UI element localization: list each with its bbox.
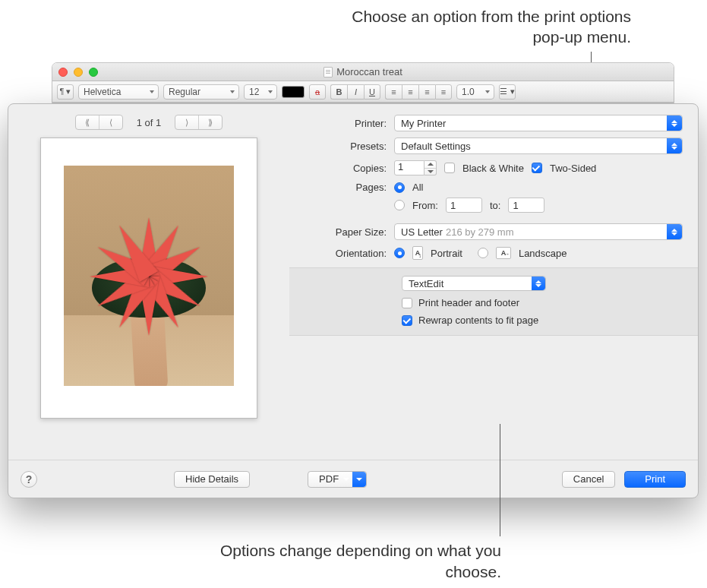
- print-preview-pane: ⟪ ⟨ 1 of 1 ⟩ ⟫: [8, 104, 289, 460]
- page-indicator: 1 of 1: [137, 117, 162, 128]
- page-back-segment[interactable]: ⟪ ⟨: [75, 115, 123, 130]
- pdf-menu-label: PDF: [319, 473, 339, 485]
- pages-to-label: to:: [490, 200, 500, 211]
- paper-size-popup[interactable]: US Letter 216 by 279 mm: [394, 223, 683, 240]
- callout-top-text: Choose an option from the print options …: [319, 6, 631, 48]
- hide-details-button[interactable]: Hide Details: [174, 471, 250, 488]
- svg-marker-0: [428, 163, 434, 166]
- help-button[interactable]: ?: [21, 471, 37, 488]
- popup-arrows-icon: [667, 115, 682, 131]
- prev-page-button[interactable]: ⟨: [99, 115, 122, 129]
- printer-value: My Printer: [401, 118, 446, 129]
- rewrap-contents-label: Rewrap contents to fit page: [418, 315, 538, 326]
- pages-from-field[interactable]: 1: [446, 198, 482, 213]
- next-page-button[interactable]: ⟩: [175, 115, 198, 129]
- popup-arrows-icon: [667, 224, 682, 239]
- black-white-checkbox[interactable]: [444, 163, 455, 173]
- svg-marker-1: [428, 170, 434, 173]
- portrait-icon: [412, 246, 423, 260]
- italic-button[interactable]: I: [347, 84, 364, 100]
- bold-button[interactable]: B: [330, 84, 347, 100]
- paper-size-label: Paper Size:: [297, 226, 394, 238]
- cancel-button[interactable]: Cancel: [562, 471, 615, 488]
- print-dialog: ⟪ ⟨ 1 of 1 ⟩ ⟫: [8, 103, 699, 498]
- pages-label: Pages:: [297, 182, 394, 193]
- print-header-footer-label: Print header and footer: [418, 297, 519, 308]
- align-center-button[interactable]: ≡: [402, 84, 418, 100]
- highlight-color-button[interactable]: a: [309, 84, 326, 100]
- orientation-landscape-label: Landscape: [519, 248, 567, 259]
- last-page-button[interactable]: ⟫: [199, 115, 222, 129]
- print-options-popup[interactable]: TextEdit: [402, 276, 546, 291]
- preview-photo: [64, 166, 234, 386]
- presets-label: Presets:: [297, 141, 394, 152]
- print-button[interactable]: Print: [624, 471, 686, 488]
- pdf-menu-button[interactable]: PDF: [308, 471, 367, 488]
- printer-label: Printer:: [297, 118, 394, 129]
- menu-arrow-icon: [352, 472, 366, 487]
- minimize-window-button[interactable]: [74, 68, 83, 77]
- font-style-select[interactable]: Regular: [163, 84, 239, 100]
- window-titlebar: Moroccan treat: [52, 63, 674, 81]
- two-sided-label: Two-Sided: [550, 163, 596, 174]
- underline-button[interactable]: U: [364, 84, 380, 100]
- print-options-form: Printer: My Printer Presets: Default Set…: [289, 104, 698, 460]
- pages-range-radio[interactable]: [394, 200, 405, 210]
- align-justify-button[interactable]: ≡: [435, 84, 452, 100]
- copies-label: Copies:: [297, 163, 394, 174]
- orientation-portrait-label: Portrait: [431, 248, 462, 259]
- popup-arrows-icon: [667, 138, 682, 153]
- print-header-footer-checkbox[interactable]: [402, 298, 412, 308]
- rewrap-contents-checkbox[interactable]: [402, 315, 412, 326]
- app-options-section: TextEdit Print header and footer Rewrap …: [289, 267, 698, 336]
- document-window: Moroccan treat ¶ ▾ Helvetica Regular 12 …: [52, 62, 674, 103]
- align-left-button[interactable]: ≡: [385, 84, 402, 100]
- paragraph-styles-button[interactable]: ¶ ▾: [57, 84, 74, 100]
- text-color-swatch[interactable]: [282, 86, 305, 98]
- popup-arrows-icon: [532, 277, 545, 290]
- copies-field[interactable]: 1: [394, 160, 425, 175]
- black-white-label: Black & White: [462, 163, 524, 174]
- pages-all-radio[interactable]: [394, 182, 405, 193]
- page-forward-segment[interactable]: ⟩ ⟫: [175, 115, 223, 130]
- align-right-button[interactable]: ≡: [418, 84, 435, 100]
- document-icon: [324, 67, 333, 77]
- paper-size-dimensions: 216 by 279 mm: [446, 226, 514, 238]
- window-title: Moroccan treat: [336, 66, 402, 77]
- font-family-select[interactable]: Helvetica: [78, 84, 159, 100]
- printer-popup[interactable]: My Printer: [394, 115, 683, 131]
- copies-stepper[interactable]: [425, 160, 437, 175]
- orientation-landscape-radio[interactable]: [478, 248, 488, 258]
- callout-bottom-text: Options change depending on what you cho…: [197, 540, 501, 582]
- close-window-button[interactable]: [58, 68, 68, 77]
- print-options-value: TextEdit: [409, 278, 443, 289]
- callout-leader-line-bottom: [500, 424, 500, 536]
- two-sided-checkbox[interactable]: [532, 163, 542, 173]
- pages-to-field[interactable]: 1: [508, 198, 544, 213]
- orientation-portrait-radio[interactable]: [394, 248, 405, 258]
- presets-popup[interactable]: Default Settings: [394, 138, 683, 154]
- font-size-select[interactable]: 12: [244, 84, 277, 100]
- presets-value: Default Settings: [401, 141, 471, 152]
- orientation-label: Orientation:: [297, 248, 394, 259]
- paper-size-value: US Letter: [401, 226, 443, 238]
- page-preview: [40, 138, 257, 419]
- line-spacing-select[interactable]: 1.0: [456, 84, 494, 100]
- dialog-footer: ? Hide Details PDF Cancel Print: [8, 460, 698, 498]
- list-style-button[interactable]: ☰ ▾: [499, 84, 516, 100]
- zoom-window-button[interactable]: [89, 68, 98, 77]
- pages-all-label: All: [412, 182, 423, 193]
- format-toolbar: ¶ ▾ Helvetica Regular 12 a B I U ≡ ≡ ≡ ≡…: [52, 81, 674, 103]
- first-page-button[interactable]: ⟪: [76, 115, 99, 129]
- landscape-icon: [496, 247, 511, 259]
- pages-from-label: From:: [412, 200, 438, 211]
